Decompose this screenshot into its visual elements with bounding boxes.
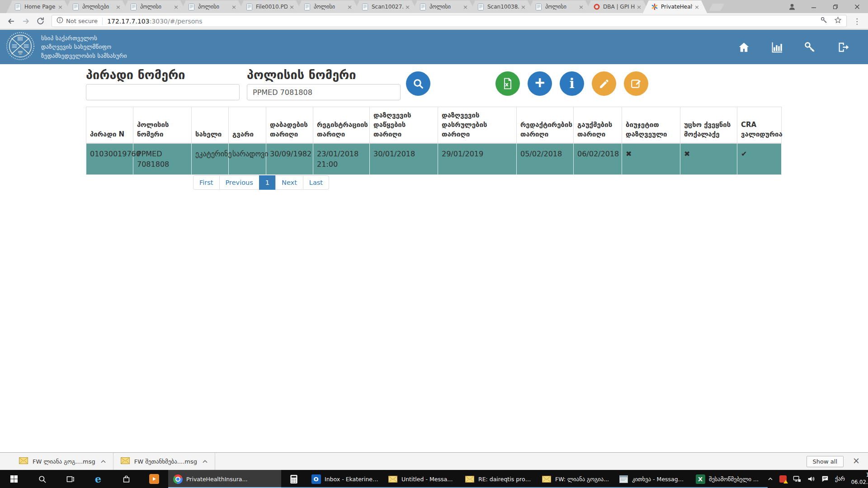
volume-icon[interactable] bbox=[807, 475, 815, 483]
taskbar-search-button[interactable] bbox=[28, 470, 56, 488]
tab-close-icon[interactable]: × bbox=[521, 4, 526, 10]
key-access-icon[interactable] bbox=[803, 41, 816, 53]
restore-button[interactable] bbox=[825, 0, 846, 13]
excel-export-button[interactable]: x bbox=[495, 71, 520, 96]
home-icon[interactable] bbox=[737, 41, 750, 53]
pagination-next-button[interactable]: Next bbox=[275, 175, 303, 190]
start-icon bbox=[9, 474, 19, 484]
tab-close-icon[interactable]: × bbox=[58, 4, 63, 10]
browser-menu-icon[interactable]: ⋮ bbox=[850, 17, 863, 26]
add-button[interactable]: + bbox=[528, 71, 552, 96]
browser-tab[interactable]: PrivateHealthIn× bbox=[643, 0, 707, 13]
chevron-up-icon[interactable] bbox=[203, 459, 208, 465]
language-indicator[interactable]: ქარ bbox=[835, 476, 845, 482]
url-text[interactable]: 172.17.7.103:3030/#/persons bbox=[107, 18, 820, 25]
search-icon bbox=[412, 78, 425, 90]
pagination-last-button[interactable]: Last bbox=[303, 175, 329, 190]
browser-tab-strip: Home Page×პოლისები×პოლისი×პოლისი×File001… bbox=[0, 0, 868, 13]
taskbar-app-excel[interactable]: Xშესამოწმებელი ... bbox=[691, 470, 768, 488]
minimize-button[interactable] bbox=[803, 0, 825, 13]
pagination-1-button[interactable]: 1 bbox=[259, 175, 276, 190]
taskbar-films-button[interactable] bbox=[140, 470, 168, 488]
tab-close-icon[interactable]: × bbox=[463, 4, 468, 10]
table-row[interactable]: 01030019760PPMED 7081808ეკატერინესარადოვ… bbox=[86, 143, 782, 175]
taskbar-task-view-button[interactable] bbox=[56, 470, 84, 488]
browser-tab[interactable]: პოლისი× bbox=[180, 0, 244, 13]
pagination-first-button[interactable]: First bbox=[193, 175, 220, 190]
tab-close-icon[interactable]: × bbox=[637, 4, 642, 10]
chevron-up-icon[interactable] bbox=[101, 459, 106, 465]
chrome-icon bbox=[173, 474, 183, 484]
taskbar-edge-button[interactable]: e bbox=[84, 470, 112, 488]
close-window-button[interactable] bbox=[846, 0, 868, 13]
browser-tab[interactable]: Scan10027.JPG× bbox=[354, 0, 418, 13]
tab-close-icon[interactable]: × bbox=[347, 4, 352, 10]
new-tab-button[interactable] bbox=[709, 4, 725, 11]
personal-number-input[interactable] bbox=[86, 84, 240, 100]
org-name-line1: სსიპ საქართველოს bbox=[41, 34, 127, 42]
browser-tab[interactable]: პოლისები× bbox=[64, 0, 128, 13]
taskbar-app-mail[interactable]: FW: ლიანა გოგია... bbox=[537, 470, 614, 488]
tab-close-icon[interactable]: × bbox=[579, 4, 584, 10]
tab-close-icon[interactable]: × bbox=[405, 4, 410, 10]
browser-tab[interactable]: Home Page× bbox=[6, 0, 71, 13]
browser-tab[interactable]: პოლისი× bbox=[411, 0, 476, 13]
browser-tab[interactable]: პოლისი× bbox=[122, 0, 186, 13]
taskbar-app-outlook[interactable]: OInbox - Ekaterine O... bbox=[307, 470, 383, 488]
bookmark-star-icon[interactable] bbox=[834, 16, 842, 26]
search-button[interactable] bbox=[406, 71, 430, 96]
store-icon bbox=[121, 474, 131, 484]
tab-title: პოლისი bbox=[314, 4, 345, 10]
network-icon[interactable] bbox=[793, 475, 801, 483]
tab-close-icon[interactable]: × bbox=[116, 4, 121, 10]
mail-icon bbox=[542, 474, 552, 484]
browser-tab[interactable]: Scan10038.JPG× bbox=[469, 0, 533, 13]
chart-icon[interactable] bbox=[770, 41, 783, 53]
tab-title: PrivateHealthIn bbox=[661, 4, 693, 10]
page-favicon bbox=[304, 3, 311, 10]
download-item[interactable]: FW შეთანხმება....msg bbox=[113, 453, 215, 470]
antivirus-icon[interactable] bbox=[779, 475, 787, 483]
clock-date: 06.02.2018 bbox=[851, 479, 868, 486]
tab-title: Home Page bbox=[24, 4, 56, 10]
notification-icon[interactable] bbox=[821, 475, 829, 483]
tab-close-icon[interactable]: × bbox=[289, 4, 294, 10]
browser-tab[interactable]: DBA | GPI Hold× bbox=[585, 0, 649, 13]
browser-tab[interactable]: File0010.PDF× bbox=[238, 0, 302, 13]
policy-number-input[interactable] bbox=[247, 84, 401, 100]
key-icon[interactable] bbox=[820, 16, 828, 26]
info-button[interactable]: i bbox=[560, 71, 584, 96]
info-icon[interactable] bbox=[57, 17, 63, 25]
taskbar-app-window[interactable]: კითხვა - Message ... bbox=[614, 470, 691, 488]
tray-expand-icon[interactable] bbox=[768, 476, 773, 482]
back-button[interactable] bbox=[5, 14, 18, 28]
taskbar-app-mail[interactable]: Untitled - Message ... bbox=[383, 470, 460, 488]
policy-number-label: პოლისის ნომერი bbox=[247, 68, 356, 82]
tab-close-icon[interactable]: × bbox=[231, 4, 236, 10]
task-view-icon bbox=[65, 474, 75, 484]
taskbar-app-calculator[interactable] bbox=[281, 470, 307, 488]
column-header: დაზღვევის დაწყების თარიღი bbox=[370, 107, 438, 144]
clock[interactable]: 11:59 06.02.2018 bbox=[851, 472, 868, 486]
show-all-button[interactable]: Show all bbox=[807, 456, 844, 467]
window-icon bbox=[618, 474, 628, 484]
browser-tab[interactable]: პოლისი× bbox=[296, 0, 360, 13]
edit-note-button[interactable] bbox=[624, 71, 648, 96]
url-bar[interactable]: Not secure 172.17.7.103:3030/#/persons bbox=[52, 15, 847, 27]
profile-icon[interactable] bbox=[781, 0, 803, 13]
taskbar-store-button[interactable] bbox=[112, 470, 140, 488]
download-item[interactable]: FW ლიანა გოგ....msg bbox=[12, 453, 113, 470]
edit-button[interactable] bbox=[592, 71, 616, 96]
tab-close-icon[interactable]: × bbox=[694, 4, 699, 10]
mail-icon bbox=[465, 474, 475, 484]
pagination-previous-button[interactable]: Previous bbox=[219, 175, 259, 190]
taskbar-app-chrome[interactable]: PrivateHealthInsura... bbox=[168, 470, 281, 488]
taskbar-start-button[interactable] bbox=[0, 470, 28, 488]
browser-tab[interactable]: პოლისი× bbox=[527, 0, 591, 13]
reload-button[interactable] bbox=[33, 14, 47, 28]
tab-close-icon[interactable]: × bbox=[174, 4, 179, 10]
taskbar-app-mail[interactable]: RE: daireqtis proble... bbox=[460, 470, 537, 488]
download-bar-close-icon[interactable]: × bbox=[853, 455, 860, 465]
forward-button[interactable] bbox=[19, 14, 33, 28]
logout-icon[interactable] bbox=[836, 41, 849, 53]
